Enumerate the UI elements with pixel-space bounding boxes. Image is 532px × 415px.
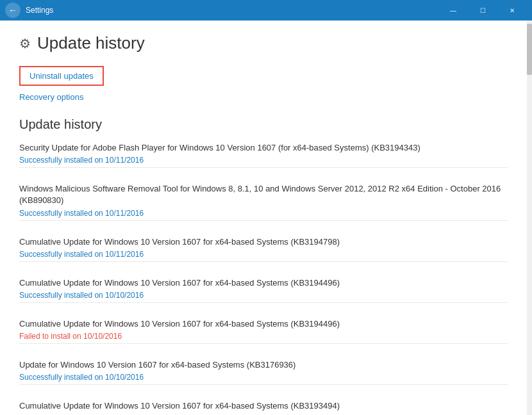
update-item: Security Update for Adobe Flash Player f…: [19, 142, 508, 173]
updates-list: Security Update for Adobe Flash Player f…: [19, 142, 508, 415]
update-status[interactable]: Successfully installed on 10/11/2016: [19, 209, 508, 218]
back-button[interactable]: ←: [5, 3, 21, 18]
update-item: Cumulative Update for Windows 10 Version…: [19, 277, 508, 308]
scrollbar-thumb[interactable]: [527, 24, 532, 75]
titlebar-left: ← Settings: [5, 3, 53, 18]
update-name: Security Update for Adobe Flash Player f…: [19, 142, 508, 154]
update-item: Cumulative Update for Windows 10 Version…: [19, 318, 508, 349]
update-name: Update for Windows 10 Version 1607 for x…: [19, 359, 508, 371]
update-item: Cumulative Update for Windows 10 Version…: [19, 400, 508, 415]
divider: [19, 167, 508, 168]
close-button[interactable]: ✕: [497, 0, 527, 20]
update-status[interactable]: Successfully installed on 10/10/2016: [19, 373, 508, 382]
content-area: ⚙ Update history Uninstall updates Recov…: [0, 20, 532, 415]
recovery-options-link[interactable]: Recovery options: [19, 92, 508, 102]
gear-icon: ⚙: [19, 36, 31, 51]
section-title: Update history: [19, 117, 508, 132]
titlebar-controls: — ☐ ✕: [438, 0, 527, 20]
update-item: Windows Malicious Software Removal Tool …: [19, 183, 508, 225]
page-title: Update history: [37, 33, 145, 53]
update-name: Cumulative Update for Windows 10 Version…: [19, 318, 508, 330]
divider: [19, 220, 508, 221]
divider: [19, 302, 508, 303]
update-name: Windows Malicious Software Removal Tool …: [19, 183, 508, 206]
divider: [19, 343, 508, 344]
main-panel: ⚙ Update history Uninstall updates Recov…: [0, 20, 527, 415]
update-status[interactable]: Successfully installed on 10/10/2016: [19, 291, 508, 300]
update-status[interactable]: Successfully installed on 10/11/2016: [19, 250, 508, 259]
update-name: Cumulative Update for Windows 10 Version…: [19, 400, 508, 412]
minimize-button[interactable]: —: [438, 0, 468, 20]
divider: [19, 261, 508, 262]
maximize-button[interactable]: ☐: [468, 0, 497, 20]
update-name: Cumulative Update for Windows 10 Version…: [19, 236, 508, 248]
page-header: ⚙ Update history: [19, 33, 508, 53]
update-status[interactable]: Successfully installed on 10/11/2016: [19, 156, 508, 165]
update-name: Cumulative Update for Windows 10 Version…: [19, 277, 508, 289]
scrollbar-track: [527, 20, 532, 415]
update-item: Update for Windows 10 Version 1607 for x…: [19, 359, 508, 390]
titlebar: ← Settings — ☐ ✕: [0, 0, 532, 20]
update-item: Cumulative Update for Windows 10 Version…: [19, 236, 508, 267]
uninstall-updates-button[interactable]: Uninstall updates: [19, 66, 104, 86]
divider: [19, 384, 508, 385]
titlebar-title: Settings: [26, 6, 53, 15]
update-status[interactable]: Failed to install on 10/10/2016: [19, 332, 508, 341]
